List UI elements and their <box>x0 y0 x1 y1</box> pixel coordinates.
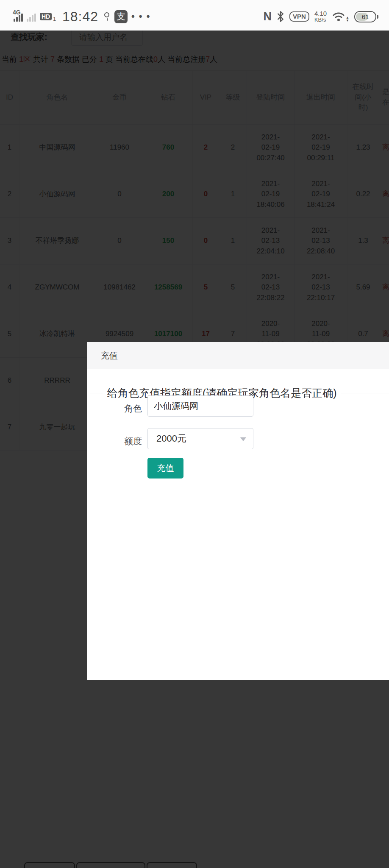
wifi-traffic-arrows-icon: ▲▼ <box>346 16 349 22</box>
nfc-icon: N <box>264 10 272 24</box>
heading-line-left <box>90 393 103 393</box>
alipay-icon: 支 <box>114 10 128 23</box>
role-input[interactable] <box>147 395 253 417</box>
modal-title: 充值 <box>87 342 389 369</box>
recharge-submit-button[interactable]: 充值 <box>147 458 183 479</box>
hd-voice-icon: HD <box>40 13 52 20</box>
role-label: 角色 <box>87 403 142 415</box>
amount-select-value: 2000元 <box>156 432 186 445</box>
clock: 18:42 <box>62 9 98 25</box>
more-notifications-icon: • • • <box>131 11 150 22</box>
amount-select[interactable]: 2000元 <box>147 428 253 449</box>
phone-screen: 查找玩家: 当前 1区 共计 7 条数据 已分 1 页 当前总在线0人 当前总注… <box>0 0 389 868</box>
sim-index-label: 1 <box>53 16 56 22</box>
signal-strength-icon-sim1: 4G <box>14 11 23 22</box>
signal-strength-icon-sim2 <box>27 11 36 22</box>
battery-icon: 61 <box>354 11 376 22</box>
network-speed: 4.10 KB/s <box>314 10 327 22</box>
chevron-down-icon <box>240 437 246 441</box>
status-bar: 4G HD 1 18:42 支 • • • N VPN 4.10 KB/s <box>0 0 389 31</box>
heading-line-right <box>341 393 389 393</box>
amount-label: 额度 <box>87 435 142 447</box>
vpn-icon: VPN <box>289 11 309 22</box>
location-icon <box>104 11 111 22</box>
wifi-icon <box>332 11 345 22</box>
network-type-label: 4G <box>13 9 21 16</box>
battery-percent: 61 <box>362 13 369 20</box>
recharge-modal: 充值 给角色充值指定额度(请确定玩家角色名是否正确) 角色 额度 2000元 充… <box>87 342 389 680</box>
bluetooth-icon <box>277 11 284 22</box>
